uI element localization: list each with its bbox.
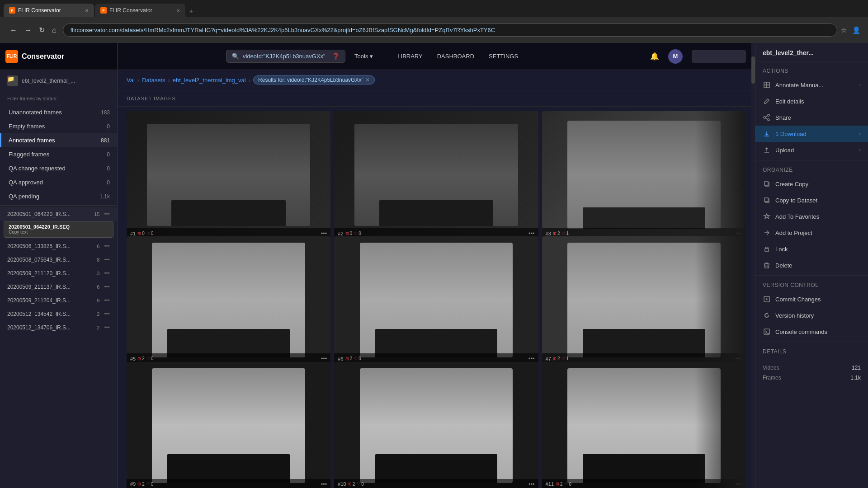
rp-version-history[interactable]: Version history xyxy=(755,307,868,324)
nav-dashboard[interactable]: DASHBOARD xyxy=(431,50,481,62)
filter-qa-change-label: QA change requested xyxy=(9,165,107,172)
tab-1-close[interactable]: ✕ xyxy=(85,8,89,13)
filter-qa-change[interactable]: QA change requested 0 xyxy=(0,161,117,175)
tab-2[interactable]: F FLIR Conservator ✕ xyxy=(95,4,185,17)
breadcrumb-val[interactable]: Val xyxy=(127,77,135,84)
search-tag-close[interactable]: ✕ xyxy=(365,77,370,83)
image-card-9[interactable]: #9 ⊞ 2 ♡ 0 ••• xyxy=(127,362,330,488)
tab-2-close[interactable]: ✕ xyxy=(176,8,180,13)
image-placeholder-9 xyxy=(127,362,330,488)
home-button[interactable]: ⌂ xyxy=(49,24,59,36)
annotate-arrow-icon: › xyxy=(859,82,861,88)
breadcrumb-dataset-name[interactable]: ebt_level2_thermal_img_val xyxy=(173,77,246,84)
video-item-8[interactable]: 20200512_134706_IR.S... 2 ••• xyxy=(0,321,117,334)
new-tab-button[interactable]: + xyxy=(185,5,197,17)
search-input[interactable] xyxy=(243,53,329,60)
video-dots-3[interactable]: ••• xyxy=(104,257,110,263)
video-item-3[interactable]: 20200508_075643_IR.S... 8 ••• xyxy=(0,253,117,267)
image-card-2[interactable]: #2 ⊞ 0 ♡ 0 ••• xyxy=(334,111,538,239)
image-card-7[interactable]: #7 ⊞ 2 ♡ 1 ••• xyxy=(542,236,746,364)
image-tag2-9: ♡ 0 xyxy=(146,482,154,487)
svg-rect-15 xyxy=(765,249,769,252)
filter-flagged[interactable]: Flagged frames 0 xyxy=(0,147,117,161)
bookmark-icon[interactable]: ☆ xyxy=(841,26,847,34)
video-dots-5[interactable]: ••• xyxy=(104,284,110,290)
rp-download[interactable]: 1 Download › xyxy=(755,126,868,142)
forward-button[interactable]: → xyxy=(22,24,34,36)
filter-empty[interactable]: Empty frames 0 xyxy=(0,119,117,133)
tab-1[interactable]: F FLIR Conservator ✕ xyxy=(4,4,94,17)
video-item-5[interactable]: 20200509_211137_IR.S... 6 ••• xyxy=(0,280,117,294)
breadcrumb-datasets[interactable]: Datasets xyxy=(142,77,165,84)
rp-console[interactable]: Console commands xyxy=(755,324,868,340)
video-item-2[interactable]: 20200506_133825_IR.S... 6 ••• xyxy=(0,239,117,253)
lock-label: Lock xyxy=(775,246,861,253)
download-icon xyxy=(763,130,771,138)
image-num-2: #2 xyxy=(338,231,343,236)
image-menu-9[interactable]: ••• xyxy=(321,481,327,488)
add-project-label: Add to Project xyxy=(775,230,861,236)
scrollbar-thumb[interactable] xyxy=(751,56,755,84)
rp-upload[interactable]: Upload › xyxy=(755,142,868,158)
nav-bar: ← → ↻ ⌂ flirconservator.com/datasets/HmR… xyxy=(0,17,868,43)
image-menu-5[interactable]: ••• xyxy=(321,355,327,362)
filter-qa-pending[interactable]: QA pending 1.1k xyxy=(0,189,117,203)
user-avatar[interactable]: M xyxy=(668,49,683,64)
video-name-5: 20200509_211137_IR.S... xyxy=(7,284,95,290)
video-dots-1[interactable]: ••• xyxy=(104,211,110,217)
image-card-6[interactable]: #6 ⊞ 2 ♡ 0 ••• xyxy=(334,236,538,364)
download-label: 1 Download xyxy=(775,131,854,137)
rp-commit-changes[interactable]: Commit Changes xyxy=(755,291,868,307)
search-icon[interactable]: 🔍 xyxy=(232,53,239,60)
rp-lock[interactable]: Lock xyxy=(755,241,868,257)
video-item-7[interactable]: 20200512_134542_IR.S... 2 ••• xyxy=(0,307,117,321)
image-card-11[interactable]: #11 ⊞ 2 ♡ 0 ••• xyxy=(542,362,746,488)
image-placeholder-5 xyxy=(127,236,330,364)
image-card-1[interactable]: #1 ⊞ 0 ♡ 0 ••• xyxy=(127,111,330,239)
rp-add-favorites[interactable]: Add To Favorites xyxy=(755,208,868,225)
video-item-4[interactable]: 20200509_211120_IR.S... 3 ••• xyxy=(0,267,117,280)
filter-unannotated[interactable]: Unannotated frames 183 xyxy=(0,105,117,119)
video-dots-7[interactable]: ••• xyxy=(104,311,110,317)
video-item-1[interactable]: 20200501_064220_IR.S... 15 ••• xyxy=(0,207,117,221)
profile-icon[interactable]: 👤 xyxy=(852,26,861,34)
image-card-10[interactable]: #10 ⊞ 2 ♡ 0 ••• xyxy=(334,362,538,488)
video-dots-4[interactable]: ••• xyxy=(104,270,110,277)
video-dots-6[interactable]: ••• xyxy=(104,297,110,304)
search-bar[interactable]: 🔍 ❓ xyxy=(226,50,345,63)
refresh-button[interactable]: ↻ xyxy=(36,24,47,36)
detail-frames-value: 1.1k xyxy=(850,375,861,381)
notification-icon[interactable]: 🔔 xyxy=(650,52,659,61)
rp-edit-details[interactable]: Edit details xyxy=(755,93,868,109)
help-icon[interactable]: ❓ xyxy=(332,53,340,60)
image-menu-1[interactable]: ••• xyxy=(321,230,327,237)
rp-add-project[interactable]: Add to Project xyxy=(755,225,868,241)
svg-rect-14 xyxy=(764,198,768,202)
image-card-5[interactable]: #5 ⊞ 2 ♡ 0 ••• xyxy=(127,236,330,364)
image-card-3[interactable]: #3 ⊞ 2 ♡ 1 ••• xyxy=(542,111,746,239)
filter-qa-approved[interactable]: QA approved 0 xyxy=(0,175,117,189)
main-scrollbar[interactable] xyxy=(751,43,755,488)
image-menu-10[interactable]: ••• xyxy=(528,481,535,488)
sidebar-header-area: FLIR Conservator xyxy=(0,43,117,70)
rp-create-copy[interactable]: Create Copy xyxy=(755,176,868,192)
video-dots-8[interactable]: ••• xyxy=(104,324,110,331)
image-menu-2[interactable]: ••• xyxy=(528,230,535,237)
nav-library[interactable]: LIBRARY xyxy=(391,50,429,62)
app-header: 🔍 ❓ Tools ▾ LIBRARY DASHBOARD SETTINGS 🔔… xyxy=(118,43,755,70)
address-bar[interactable]: flirconservator.com/datasets/HmRMc2sfmmJ… xyxy=(63,23,837,37)
video-item-6[interactable]: 20200509_211204_IR.S... 9 ••• xyxy=(0,294,117,307)
tools-button[interactable]: Tools ▾ xyxy=(354,53,373,60)
rp-copy-to-dataset[interactable]: Copy to Dataset xyxy=(755,192,868,208)
filter-annotated[interactable]: Annotated frames 881 xyxy=(0,133,117,147)
video-dots-2[interactable]: ••• xyxy=(104,243,110,249)
rp-share[interactable]: Share xyxy=(755,109,868,126)
rp-annotate[interactable]: Annotate Manua... › xyxy=(755,77,868,93)
image-menu-6[interactable]: ••• xyxy=(528,355,535,362)
copy-dataset-label: Copy to Dataset xyxy=(775,197,861,204)
back-button[interactable]: ← xyxy=(7,24,20,36)
image-tag2-1: ♡ 0 xyxy=(146,231,154,236)
breadcrumb-search-input[interactable] xyxy=(377,77,746,84)
nav-settings[interactable]: SETTINGS xyxy=(482,50,524,62)
rp-delete[interactable]: Delete xyxy=(755,257,868,273)
